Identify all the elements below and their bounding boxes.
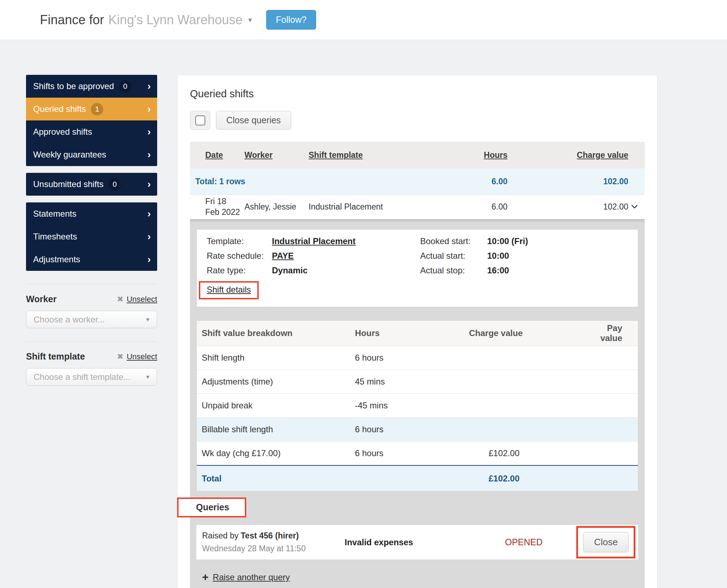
x-mark-icon: ✖ — [117, 295, 123, 304]
column-header-date[interactable]: Date — [205, 150, 244, 160]
shift-charge: 102.00 — [516, 202, 638, 212]
queried-shifts-panel: Queried shifts Close queries Date Worker… — [177, 75, 658, 588]
shift-meta-right: Booked start: 10:00 (Fri) Actual start: … — [417, 236, 628, 299]
page-title-entity: King's Lynn Warehouse — [108, 12, 242, 27]
sidebar-item-shifts-to-be-approved[interactable]: Shifts to be approved 0 › — [26, 75, 157, 98]
sidebar-item-unsubmitted-shifts[interactable]: Unsubmitted shifts 0 › — [26, 173, 157, 196]
column-header-worker[interactable]: Worker — [244, 150, 309, 160]
totals-row: Total: 1 rows 6.00 102.00 — [190, 169, 645, 194]
booked-start-value: 10:00 (Fri) — [487, 236, 628, 246]
shift-value-breakdown-table: Shift value breakdown Hours Charge value… — [196, 320, 638, 491]
rate-schedule-label: Rate schedule: — [207, 251, 272, 261]
sidebar-group-shift-states: Shifts to be approved 0 › Queried shifts… — [26, 75, 157, 166]
shifts-table-header: Date Worker Shift template Hours Charge … — [190, 142, 645, 169]
select-all-checkbox-wrap[interactable] — [190, 111, 210, 130]
app-header: Finance for King's Lynn Warehouse ▾ Foll… — [0, 0, 727, 40]
sidebar-item-adjustments[interactable]: Adjustments › — [26, 248, 157, 271]
entity-caret-down-icon[interactable]: ▾ — [248, 16, 252, 24]
total-charge: 102.00 — [516, 177, 638, 186]
column-header-shift-template[interactable]: Shift template — [309, 150, 466, 160]
shift-template-name: Industrial Placement — [309, 202, 466, 212]
actual-start-label: Actual start: — [420, 251, 487, 261]
breakdown-header-hours: Hours — [355, 328, 469, 338]
query-row: Raised byTest 456 (hirer) Wednesday 28 M… — [196, 525, 638, 559]
breakdown-header-row: Shift value breakdown Hours Charge value… — [197, 321, 638, 346]
chevron-right-icon: › — [148, 81, 151, 91]
shift-meta-panel: Template: Industrial Placement Rate sche… — [196, 229, 638, 307]
sidebar-item-queried-shifts[interactable]: Queried shifts 1 › — [26, 98, 157, 120]
worker-unselect-link[interactable]: ✖ Unselect — [117, 295, 157, 304]
collapse-caret-icon[interactable] — [631, 202, 638, 208]
breakdown-header-pay: Pay value — [587, 323, 622, 343]
sidebar-item-label: Queried shifts — [33, 104, 86, 114]
shift-template-select[interactable]: Choose a shift template... ▼ — [26, 368, 157, 386]
shifts-table: Date Worker Shift template Hours Charge … — [190, 142, 645, 588]
count-badge: 1 — [91, 103, 103, 115]
template-link[interactable]: Industrial Placement — [272, 236, 417, 246]
shift-template-select-placeholder: Choose a shift template... — [33, 372, 130, 382]
sidebar-item-label: Timesheets — [33, 232, 77, 242]
breakdown-total-label: Total — [202, 474, 355, 484]
rate-type-value: Dynamic — [272, 265, 417, 275]
shift-row[interactable]: Fri 18 Feb 2022 Ashley, Jessie Industria… — [190, 194, 645, 219]
breakdown-header-label: Shift value breakdown — [202, 328, 355, 338]
chevron-right-icon: › — [148, 254, 151, 264]
query-status-badge: OPENED — [505, 537, 576, 547]
breakdown-header-charge: Charge value — [469, 328, 587, 338]
sidebar-item-label: Unsubmitted shifts — [33, 179, 103, 189]
actual-stop-label: Actual stop: — [420, 265, 487, 275]
shift-details-annotation-box: Shift details — [199, 281, 259, 299]
queries-heading: Queries — [196, 502, 229, 512]
shift-date: Fri 18 Feb 2022 — [205, 196, 244, 218]
select-all-checkbox[interactable] — [195, 115, 205, 125]
query-raiser-name: Test 456 (hirer) — [241, 531, 299, 540]
page-title: Finance for King's Lynn Warehouse ▾ — [40, 12, 252, 27]
sidebar-item-label: Weekly guarantees — [33, 150, 106, 160]
sidebar-item-label: Shifts to be approved — [33, 81, 114, 91]
worker-filter-label: Worker — [26, 294, 57, 304]
close-query-button[interactable]: Close — [583, 532, 629, 552]
query-raised-by: Raised byTest 456 (hirer) Wednesday 28 M… — [202, 531, 345, 553]
follow-button[interactable]: Follow? — [266, 10, 316, 30]
template-label: Template: — [207, 236, 272, 246]
shift-template-filter-label: Shift template — [26, 351, 85, 362]
breakdown-row-adjustments: Adjustments (time) 45 mins — [197, 370, 638, 393]
count-badge: 0 — [108, 178, 121, 191]
sidebar-item-timesheets[interactable]: Timesheets › — [26, 225, 157, 248]
actual-start-value: 10:00 — [487, 251, 628, 261]
close-queries-button[interactable]: Close queries — [216, 111, 291, 130]
sidebar-group-unsubmitted: Unsubmitted shifts 0 › — [26, 173, 157, 196]
sidebar: Shifts to be approved 0 › Queried shifts… — [26, 75, 157, 386]
rate-type-label: Rate type: — [207, 265, 272, 275]
shift-meta-left: Template: Industrial Placement Rate sche… — [207, 236, 417, 299]
sidebar-item-label: Statements — [33, 209, 76, 219]
breakdown-total-charge: £102.00 — [469, 474, 587, 484]
sidebar-item-weekly-guarantees[interactable]: Weekly guarantees › — [26, 143, 157, 166]
booked-start-label: Booked start: — [420, 236, 487, 246]
sidebar-item-label: Approved shifts — [33, 127, 92, 137]
close-annotation-box: Close — [576, 526, 635, 558]
chevron-right-icon: › — [148, 104, 151, 114]
shift-template-unselect-link[interactable]: ✖ Unselect — [117, 352, 157, 361]
sidebar-item-statements[interactable]: Statements › — [26, 202, 157, 225]
worker-select[interactable]: Choose a worker... ▼ — [26, 311, 157, 328]
breakdown-row-billable-length: Billable shift length 6 hours — [197, 417, 638, 441]
divider — [26, 341, 157, 342]
shift-details-link[interactable]: Shift details — [207, 285, 251, 294]
total-hours: 6.00 — [466, 177, 516, 186]
sidebar-item-approved-shifts[interactable]: Approved shifts › — [26, 120, 157, 143]
chevron-right-icon: › — [148, 127, 151, 137]
worker-select-placeholder: Choose a worker... — [33, 315, 105, 325]
content-area: Shifts to be approved 0 › Queried shifts… — [0, 40, 727, 588]
column-header-hours[interactable]: Hours — [466, 150, 516, 160]
sidebar-group-documents: Statements › Timesheets › Adjustments › — [26, 202, 157, 271]
column-header-charge-value[interactable]: Charge value — [516, 150, 638, 160]
chevron-right-icon: › — [148, 232, 151, 242]
shift-hours: 6.00 — [466, 202, 516, 212]
breakdown-row-wk-day: Wk day (chg £17.00) 6 hours £102.00 — [197, 441, 638, 465]
rate-schedule-link[interactable]: PAYE — [272, 251, 417, 261]
raise-another-query-link[interactable]: + Raise another query — [202, 572, 638, 583]
chevron-right-icon: › — [148, 209, 151, 219]
shift-worker: Ashley, Jessie — [244, 202, 309, 212]
count-badge: 0 — [119, 80, 132, 93]
